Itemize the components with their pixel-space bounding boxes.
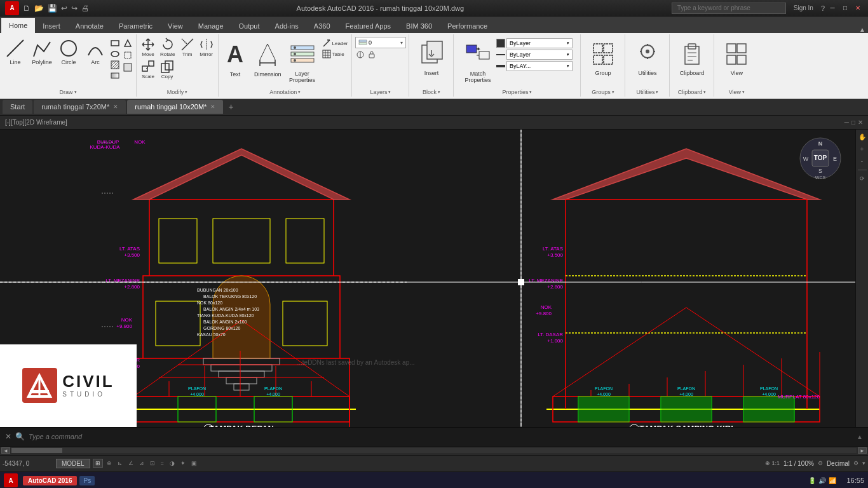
mirror-btn[interactable]: Mirror	[198, 37, 215, 58]
annotation-scale-btn[interactable]: ⊕ 1:1	[765, 460, 780, 466]
maximize-btn[interactable]: □	[840, 4, 850, 13]
block-group-label[interactable]: Block ▾	[423, 89, 440, 95]
new-tab-btn[interactable]: +	[224, 100, 237, 113]
minimize-btn[interactable]: ─	[827, 4, 837, 13]
rotate-btn[interactable]: Rotate	[158, 37, 177, 58]
tab-output[interactable]: Output	[231, 19, 268, 33]
lineweight-btn[interactable]: =	[159, 459, 166, 467]
taskbar-autocad-btn[interactable]: AutoCAD 2016	[23, 476, 77, 485]
insert-btn[interactable]: Insert	[414, 37, 449, 78]
tray-icon2[interactable]: 🔊	[818, 477, 826, 484]
modify-group-label[interactable]: Modify ▾	[167, 89, 188, 95]
group-btn[interactable]: Group	[588, 37, 618, 78]
cmd-x-btn[interactable]: ✕	[5, 432, 11, 441]
tab-a360[interactable]: A360	[306, 19, 338, 33]
transparency-btn[interactable]: ◑	[168, 459, 177, 467]
ribbon-collapse-btn[interactable]: ▲	[859, 26, 865, 33]
properties-group-label[interactable]: Properties ▾	[502, 89, 532, 95]
h-scroll-thumb[interactable]	[11, 448, 62, 453]
tab-file2[interactable]: rumah tinggal 10x20M* ✕	[127, 100, 223, 114]
tab-annotate[interactable]: Annotate	[68, 19, 111, 33]
dynin-btn[interactable]: ⊡	[148, 459, 157, 467]
tray-icon1[interactable]: 🔋	[808, 477, 816, 484]
hatch-tool-btn[interactable]	[109, 60, 121, 70]
boundary-tool-btn[interactable]	[122, 50, 133, 62]
workspace-btn[interactable]: ⚙	[853, 460, 858, 466]
tab-file2-close[interactable]: ✕	[210, 104, 215, 110]
leader-btn[interactable]: Leader	[321, 38, 349, 48]
region-tool-btn[interactable]	[122, 38, 133, 50]
layer-properties-btn[interactable]: LayerProperties	[287, 37, 318, 85]
osnap-btn[interactable]: ⊿	[137, 459, 146, 467]
h-scroll-track[interactable]	[11, 448, 857, 453]
tab-start[interactable]: Start	[3, 100, 32, 114]
utilities-group-label[interactable]: Utilities ▾	[636, 89, 658, 95]
zoom-out-btn[interactable]: -	[860, 156, 864, 166]
ortho-btn[interactable]: ⊾	[116, 459, 125, 467]
layer-freeze-btn[interactable]	[355, 50, 365, 60]
clipboard-group-label[interactable]: Clipboard ▾	[678, 89, 707, 95]
annotation-group-label[interactable]: Annotation ▾	[269, 89, 301, 95]
quickprops-btn[interactable]: ✦	[179, 459, 187, 467]
gradient-tool-btn[interactable]	[109, 71, 121, 81]
save-icon[interactable]: 💾	[48, 4, 57, 13]
polyline-tool-btn[interactable]: Polyline	[29, 37, 55, 67]
ellipse-tool-btn[interactable]	[109, 49, 121, 59]
rect-tool-btn[interactable]	[109, 38, 121, 48]
toolbar-cycle-btn[interactable]: ▾	[862, 460, 865, 466]
tab-parametric[interactable]: Parametric	[111, 19, 160, 33]
line-tool-btn[interactable]: Line	[3, 37, 28, 67]
scale-btn[interactable]: Scale	[139, 59, 157, 80]
tab-file1-close[interactable]: ✕	[113, 104, 118, 110]
view-btn[interactable]: View	[721, 37, 752, 78]
tray-network-icon[interactable]: 📶	[829, 477, 836, 484]
tab-home[interactable]: Home	[1, 18, 35, 33]
pan-btn[interactable]: ✋	[857, 132, 867, 142]
tab-bim360[interactable]: BIM 360	[398, 19, 440, 33]
layer-lock-btn[interactable]	[367, 50, 377, 60]
new-icon[interactable]: 🗋	[23, 4, 31, 13]
clipboard-btn[interactable]: Clipboard	[676, 37, 709, 78]
color-dropdown[interactable]: ByLayer ▾	[506, 38, 573, 48]
text-tool-btn[interactable]: A Text	[221, 37, 249, 85]
layer-dropdown[interactable]: 0 ▾	[355, 37, 406, 48]
command-input[interactable]	[29, 433, 853, 440]
scroll-right-btn[interactable]: ►	[858, 447, 867, 454]
view-group-label[interactable]: View ▾	[729, 89, 745, 95]
viewport-close-btn[interactable]: ✕	[858, 119, 863, 126]
title-search-input[interactable]	[672, 3, 786, 14]
move-btn[interactable]: Move	[139, 37, 157, 58]
rotate-view-btn[interactable]: ⟳	[858, 174, 866, 183]
redo-icon[interactable]: ↪	[71, 4, 78, 13]
grid-btn[interactable]: ⊞	[93, 459, 103, 468]
h-scrollbar[interactable]: ◄ ►	[0, 446, 868, 455]
open-icon[interactable]: 📂	[34, 4, 44, 13]
model-tab[interactable]: MODEL	[56, 459, 90, 468]
wipeout-tool-btn[interactable]	[122, 62, 133, 74]
copy-btn[interactable]: Copy	[158, 59, 176, 80]
tab-file1[interactable]: rumah tinggal 7x20M* ✕	[34, 100, 126, 114]
plot-icon[interactable]: 🖨	[81, 4, 89, 13]
drawing-area[interactable]: N S E W TOP WCS ✋ + - ⟳	[0, 130, 868, 427]
tab-view[interactable]: View	[160, 19, 191, 33]
viewport-maximize-btn[interactable]: □	[851, 119, 855, 126]
zoom-in-btn[interactable]: +	[859, 144, 865, 154]
arc-tool-btn[interactable]: Arc	[83, 37, 108, 67]
help-icon[interactable]: ?	[821, 4, 825, 12]
layers-group-label[interactable]: Layers ▾	[370, 89, 391, 95]
dimension-tool-btn[interactable]: Dimension	[252, 37, 284, 85]
scroll-left-btn[interactable]: ◄	[1, 447, 10, 454]
trim-btn[interactable]: Trim	[179, 37, 196, 58]
tab-addins[interactable]: Add-ins	[268, 19, 306, 33]
undo-icon[interactable]: ↩	[61, 4, 67, 13]
viewport-minimize-btn[interactable]: ─	[844, 119, 849, 126]
table-btn[interactable]: Table	[321, 49, 349, 59]
scroll-up-btn[interactable]: ▲	[857, 433, 863, 440]
polar-btn[interactable]: ∠	[126, 459, 135, 467]
match-properties-btn[interactable]: MatchProperties	[462, 37, 494, 85]
linetype-dropdown[interactable]: ByLayer ▾	[506, 50, 573, 60]
taskbar-photoshop-btn[interactable]: Ps	[79, 476, 95, 485]
viewport-scale-btn[interactable]: ⚙	[818, 460, 823, 466]
snap-btn[interactable]: ⊕	[105, 459, 114, 467]
tab-manage[interactable]: Manage	[191, 19, 231, 33]
